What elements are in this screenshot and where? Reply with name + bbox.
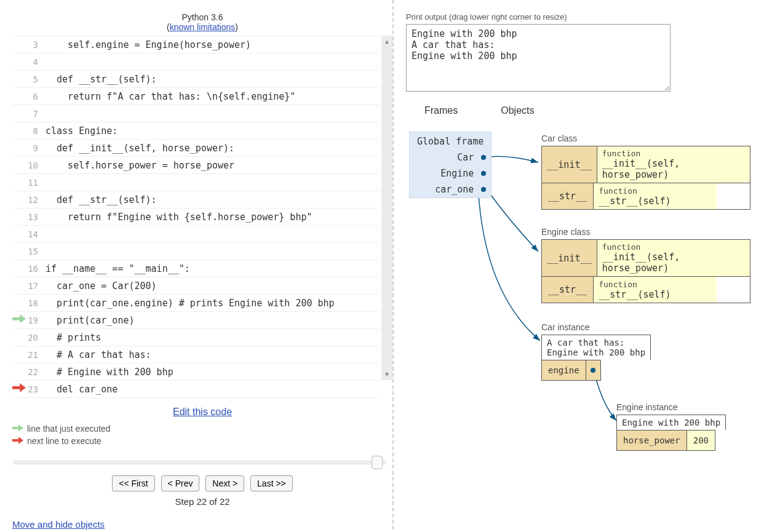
python-version: Python 3.6 [182,12,223,22]
pointer-dot [481,171,486,176]
car-class-object[interactable]: __init__ function__init__(self, horse_po… [541,146,750,210]
prev-button[interactable]: < Prev [161,475,200,491]
frame-var-car: Car [410,149,491,165]
green-arrow-icon [12,312,26,329]
step-slider[interactable] [12,455,388,469]
line-number: 5 [26,71,44,88]
frame-var-carone: car_one [410,181,491,197]
code-line: 18 print(car_one.engine) # prints Engine… [12,295,380,312]
code-text: del car_one [44,381,117,398]
code-line: 17 car_one = Car(200) [12,277,380,295]
code-line: 6 return f"A car that has: \n{self.engin… [12,88,380,105]
frame-var-engine: Engine [410,165,491,181]
line-number: 14 [26,226,44,243]
line-number: 17 [26,277,44,295]
code-scrollbar[interactable]: ▲ ▼ [381,36,392,380]
engine-class-label: Engine class [541,227,590,237]
line-number: 11 [26,174,44,191]
code-line: 9 def __init__(self, horse_power): [12,140,380,157]
code-text: car_one = Car(200) [44,277,157,295]
car-instance-label: Car instance [541,322,590,332]
line-number: 18 [26,295,44,312]
pointer-cell [586,360,601,381]
code-line: 3 self.engine = Engine(horse_power) [12,36,380,54]
code-line: 22 # Engine with 200 bhp [12,363,380,381]
next-button[interactable]: Next > [205,475,244,491]
global-frame: Global frame Car Engine car_one [409,132,491,198]
engine-instance-object[interactable]: Engine with 200 bhp horse_power 200 [616,415,726,451]
legend-next: next line to execute [27,436,101,446]
line-number: 7 [26,105,44,122]
scroll-up-icon[interactable]: ▲ [384,38,390,45]
red-arrow-icon [12,381,26,398]
legend-executed: line that just executed [27,424,110,434]
engine-class-object[interactable]: __init__ function__init__(self, horse_po… [541,239,750,303]
car-instance-var: engine [541,360,586,381]
nav-buttons: << First < Prev Next > Last >> [12,475,392,491]
code-line: 13 return f"Engine with {self.horse_powe… [12,208,380,226]
code-text: def __init__(self, horse_power): [44,140,234,157]
move-hide-link[interactable]: Move and hide objects [12,519,105,530]
line-number: 20 [26,329,44,346]
scroll-down-icon[interactable]: ▼ [384,371,390,378]
code-line: 15 [12,243,380,260]
engine-instance-var: horse_power [616,430,687,451]
line-number: 10 [26,157,44,174]
car-instance-object[interactable]: A car that has: Engine with 200 bhp engi… [541,335,651,381]
line-number: 19 [26,312,44,329]
engine-instance-repr: Engine with 200 bhp [616,415,726,430]
line-number: 3 [26,36,44,54]
line-number: 9 [26,140,44,157]
line-number: 13 [26,208,44,226]
heap-visualization: Global frame Car Engine car_one Car clas… [406,122,750,467]
code-text: if __name__ == "__main__": [44,260,190,277]
global-frame-title: Global frame [410,132,491,149]
visualization-pane: Print output (drag lower right corner to… [394,0,780,532]
line-number: 4 [26,54,44,71]
code-text: # prints [44,329,101,346]
engine-instance-label: Engine instance [616,402,678,412]
car-class-label: Car class [541,133,577,143]
code-line: 12 def __str__(self): [12,191,380,208]
code-line: 10 self.horse_power = horse_power [12,157,380,174]
line-number: 23 [26,381,44,398]
code-line: 21 # A car that has: [12,346,380,363]
edit-code-link[interactable]: Edit this code [173,407,232,417]
print-output-label: Print output (drag lower right corner to… [406,12,774,22]
code-line: 14 [12,226,380,243]
line-number: 6 [26,88,44,105]
code-text: self.engine = Engine(horse_power) [44,36,251,54]
slider-thumb[interactable] [372,456,383,469]
car-instance-repr: A car that has: Engine with 200 bhp [541,335,651,360]
pointer-dot [481,155,486,160]
code-text: return f"A car that has: \n{self.engine}… [44,88,295,105]
line-number: 22 [26,363,44,381]
car-str-name: __str__ [542,183,594,209]
code-text: self.horse_power = horse_power [44,157,234,174]
code-line: 4 [12,54,380,71]
code-region: 3 self.engine = Engine(horse_power)45 de… [12,36,392,398]
first-button[interactable]: << First [112,475,154,491]
objects-heading: Objects [501,105,534,116]
engine-init-name: __init__ [542,240,597,276]
red-arrow-icon [12,436,23,446]
print-output-box[interactable]: Engine with 200 bhp A car that has: Engi… [406,24,671,92]
green-arrow-icon [12,424,23,434]
pointer-dot [481,187,486,192]
last-button[interactable]: Last >> [250,475,293,491]
known-limitations-link[interactable]: known limitations [170,22,236,32]
code-text: def __str__(self): [44,191,157,208]
code-text: def __str__(self): [44,71,157,88]
code-line: 16if __name__ == "__main__": [12,260,380,277]
code-line: 11 [12,174,380,191]
code-line: 5 def __str__(self): [12,71,380,88]
arrow-legend: line that just executed next line to exe… [12,424,392,446]
code-text: class Engine: [44,122,117,140]
engine-instance-val: 200 [687,430,715,451]
step-label: Step 22 of 22 [12,496,392,507]
code-pane: Python 3.6 (known limitations) 3 self.en… [0,0,394,532]
line-number: 8 [26,122,44,140]
line-number: 21 [26,346,44,363]
line-number: 16 [26,260,44,277]
code-text: # Engine with 200 bhp [44,363,173,381]
